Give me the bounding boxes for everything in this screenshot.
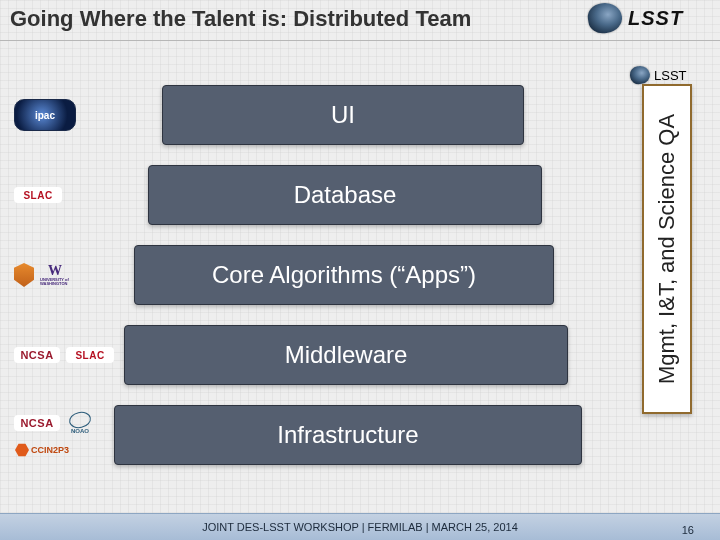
lsst-logo-text: LSST	[654, 68, 687, 83]
lsst-swirl-icon	[586, 1, 624, 35]
slac-logo-icon: SLAC	[14, 187, 62, 203]
ccin2p3-logo-icon: CCIN2P3	[14, 440, 70, 460]
slac-logo-icon: SLAC	[66, 347, 114, 363]
layer-box-core: Core Algorithms (“Apps”)	[134, 245, 554, 305]
slide-footer: JOINT DES-LSST WORKSHOP | FERMILAB | MAR…	[0, 513, 720, 540]
ncsa-logo-icon: NCSA	[14, 347, 60, 363]
ncsa-logo-icon: NCSA	[14, 415, 60, 431]
sidebar-mgmt-qa: Mgmt, I&T, and Science QA	[642, 84, 692, 414]
uw-text: UNIVERSITY of WASHINGTON	[40, 278, 70, 286]
layer-row-ui: ipac UI	[10, 79, 610, 151]
layer-row-infrastructure: NCSA NOAO CCIN2P3 Infrastructure	[10, 399, 610, 471]
ccin2p3-text: CCIN2P3	[31, 445, 69, 455]
lsst-logo-small: LSST	[630, 64, 700, 86]
noao-logo-icon: NOAO	[66, 410, 94, 436]
org-logos-middleware: NCSA SLAC	[10, 347, 134, 363]
layer-row-core: W UNIVERSITY of WASHINGTON Core Algorith…	[10, 239, 610, 311]
title-divider	[0, 40, 720, 41]
layer-row-middleware: NCSA SLAC Middleware	[10, 319, 610, 391]
noao-text: NOAO	[71, 428, 89, 434]
layer-stack: ipac UI SLAC Database W UNIVERSITY of WA…	[0, 79, 620, 519]
layer-box-infrastructure: Infrastructure	[114, 405, 582, 465]
lsst-swirl-icon	[629, 65, 651, 86]
slide-title: Going Where the Talent is: Distributed T…	[10, 6, 471, 32]
princeton-shield-icon	[14, 263, 34, 287]
uw-logo-icon: W UNIVERSITY of WASHINGTON	[40, 263, 70, 287]
lsst-logo: LSST	[588, 2, 708, 34]
layer-row-database: SLAC Database	[10, 159, 610, 231]
layer-box-database: Database	[148, 165, 542, 225]
layer-box-middleware: Middleware	[124, 325, 568, 385]
sidebar-label: Mgmt, I&T, and Science QA	[654, 114, 680, 384]
org-logos-ui: ipac	[10, 99, 134, 131]
ipac-logo-icon: ipac	[14, 99, 76, 131]
lsst-logo-text: LSST	[628, 7, 683, 30]
org-logos-database: SLAC	[10, 187, 134, 203]
uw-letter: W	[48, 264, 62, 278]
layer-box-ui: UI	[162, 85, 524, 145]
org-logos-core: W UNIVERSITY of WASHINGTON	[10, 263, 134, 287]
page-number: 16	[682, 524, 694, 536]
ccin2p3-hex-icon	[15, 443, 29, 457]
